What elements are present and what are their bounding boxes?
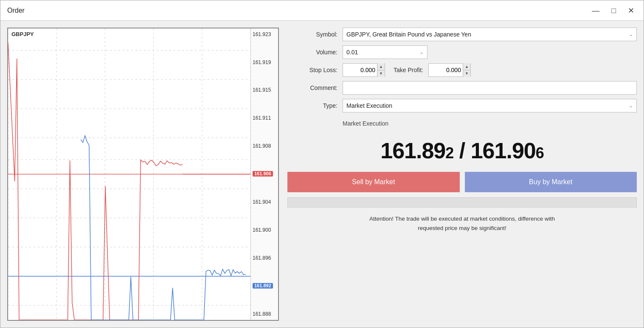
y-label-ask: 161.906 bbox=[253, 171, 276, 177]
y-label-10: 161.888 bbox=[253, 311, 276, 317]
volume-select[interactable]: 0.01 ⌄ bbox=[343, 45, 427, 59]
y-label-1: 161.919 bbox=[253, 60, 276, 65]
window-controls: — □ ✕ bbox=[589, 6, 637, 15]
price-separator: / bbox=[459, 138, 471, 163]
maximize-button[interactable]: □ bbox=[609, 6, 619, 15]
type-label: Type: bbox=[287, 102, 343, 109]
y-label-2: 161.915 bbox=[253, 87, 276, 93]
take-profit-spinbox-btns: ▲ ▼ bbox=[463, 63, 470, 77]
stop-loss-spinbox-btns: ▲ ▼ bbox=[377, 63, 385, 77]
symbol-label: Symbol: bbox=[287, 31, 343, 38]
stop-loss-up-btn[interactable]: ▲ bbox=[377, 63, 385, 70]
take-profit-down-btn[interactable]: ▼ bbox=[463, 70, 470, 77]
close-button[interactable]: ✕ bbox=[625, 6, 637, 15]
minimize-button[interactable]: — bbox=[589, 6, 602, 15]
market-execution-header: Market Execution bbox=[343, 120, 637, 127]
take-profit-up-btn[interactable]: ▲ bbox=[463, 63, 470, 70]
type-row: Type: Market Execution ⌄ bbox=[287, 99, 637, 112]
volume-select-text: 0.01 bbox=[346, 49, 419, 56]
stop-loss-label: Stop Loss: bbox=[287, 67, 343, 73]
stop-loss-spinbox[interactable]: ▲ ▼ bbox=[343, 63, 385, 77]
y-label-6: 161.904 bbox=[253, 199, 276, 205]
type-select-text: Market Execution bbox=[346, 102, 629, 109]
ask-price-badge: 161.906 bbox=[253, 171, 273, 177]
attention-text: Attention! The trade will be executed at… bbox=[287, 214, 637, 233]
chart-area: GBPJPY 161.923 161.919 161.915 161.911 1… bbox=[7, 28, 279, 321]
stop-loss-row: Stop Loss: ▲ ▼ Take Profit: ▲ ▼ bbox=[287, 63, 637, 77]
price-display: 161.892 / 161.906 bbox=[287, 138, 637, 163]
chart-y-axis: 161.923 161.919 161.915 161.911 161.908 … bbox=[250, 28, 278, 320]
symbol-row: Symbol: GBPJPY, Great Britain Pound vs J… bbox=[287, 28, 637, 41]
symbol-chevron-icon: ⌄ bbox=[629, 31, 633, 37]
y-label-bid: 161.892 bbox=[253, 283, 276, 289]
title-bar: Order — □ ✕ bbox=[0, 0, 644, 21]
y-label-4: 161.908 bbox=[253, 143, 276, 149]
comment-label: Comment: bbox=[287, 84, 343, 91]
symbol-select-text: GBPJPY, Great Britain Pound vs Japanese … bbox=[346, 31, 629, 38]
comment-row: Comment: bbox=[287, 81, 637, 95]
y-label-7: 161.900 bbox=[253, 227, 276, 233]
bid-price-display: 161.892 bbox=[380, 138, 453, 163]
ask-price-display: 161.906 bbox=[471, 138, 544, 163]
y-label-0: 161.923 bbox=[253, 32, 276, 37]
progress-bar bbox=[287, 197, 637, 207]
volume-label: Volume: bbox=[287, 49, 343, 56]
main-content: GBPJPY 161.923 161.919 161.915 161.911 1… bbox=[0, 21, 644, 328]
stop-loss-down-btn[interactable]: ▼ bbox=[377, 70, 385, 77]
y-label-3: 161.911 bbox=[253, 115, 276, 121]
stop-loss-input[interactable] bbox=[343, 64, 377, 76]
price-chart bbox=[8, 28, 250, 320]
volume-row: Volume: 0.01 ⌄ bbox=[287, 45, 637, 59]
type-select[interactable]: Market Execution ⌄ bbox=[343, 99, 637, 112]
price-text: 161.892 / 161.906 bbox=[380, 138, 544, 163]
order-window: Order — □ ✕ GBPJPY 161.923 161.919 161.9… bbox=[0, 0, 644, 328]
chart-symbol-label: GBPJPY bbox=[11, 31, 34, 37]
bid-price-badge: 161.892 bbox=[253, 283, 273, 289]
symbol-select[interactable]: GBPJPY, Great Britain Pound vs Japanese … bbox=[343, 28, 637, 41]
type-chevron-icon: ⌄ bbox=[629, 103, 633, 109]
right-panel: Symbol: GBPJPY, Great Britain Pound vs J… bbox=[287, 28, 637, 321]
window-title: Order bbox=[7, 7, 25, 14]
take-profit-label: Take Profit: bbox=[394, 67, 423, 73]
y-label-8: 161.896 bbox=[253, 255, 276, 261]
take-profit-input[interactable] bbox=[429, 64, 463, 76]
volume-chevron-icon: ⌄ bbox=[419, 49, 424, 55]
chart-inner: GBPJPY bbox=[8, 28, 250, 320]
buy-by-market-button[interactable]: Buy by Market bbox=[465, 172, 637, 192]
sell-by-market-button[interactable]: Sell by Market bbox=[287, 172, 460, 192]
action-buttons: Sell by Market Buy by Market bbox=[287, 172, 637, 192]
comment-input[interactable] bbox=[343, 81, 637, 95]
take-profit-spinbox[interactable]: ▲ ▼ bbox=[428, 63, 471, 77]
